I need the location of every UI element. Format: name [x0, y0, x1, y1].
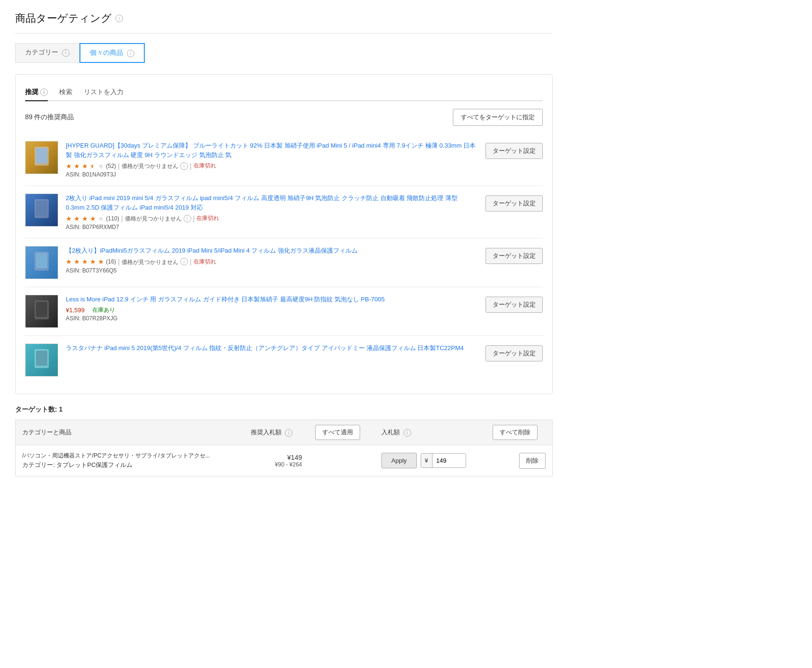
target-button-3[interactable]: ターゲット設定	[485, 248, 543, 264]
th-bid: 入札額 i	[375, 420, 486, 445]
subtab-search[interactable]: 検索	[59, 84, 72, 101]
target-button-5[interactable]: ターゲット設定	[485, 345, 543, 361]
price-info-icon[interactable]: i	[180, 162, 188, 170]
target-count: ターゲット数: 1	[15, 405, 553, 414]
product-stars: ★ ★ ★ ★ ★ (110) | 価格が見つかりません i | 在庫切れ	[66, 214, 478, 223]
subtab-list-input[interactable]: リストを入力	[84, 84, 124, 101]
star-4: ★	[90, 258, 96, 265]
individual-tab-info-icon[interactable]: i	[127, 50, 134, 57]
tab-individual[interactable]: 個々の商品 i	[79, 43, 145, 63]
td-delete: 削除	[486, 445, 552, 476]
page-title-info-icon[interactable]: i	[115, 15, 123, 22]
stock-status: 在庫あり	[92, 306, 115, 314]
star-1: ★	[66, 162, 72, 170]
td-apply-btn-cell	[309, 445, 375, 476]
all-target-button[interactable]: すべてをターゲットに指定	[453, 109, 543, 126]
category-path: /パソコン・周辺機器ストア/PCアクセサリ・サプライ/タブレットアクセ...	[22, 452, 238, 460]
list-item: [HYPER GUARD]【30days プレミアム保障】 ブルーライトカット …	[25, 133, 543, 185]
product-title[interactable]: 2枚入り iPad mini 2019 mini 5/4 ガラスフィルム ipa…	[66, 193, 478, 212]
list-item: Less is More iPad 12.9 インチ 用 ガラスフィルム ガイド…	[25, 287, 543, 335]
star-5: ★	[98, 258, 104, 265]
content-area: 推奨 i 検索 リストを入力 89 件の推奨商品 すべてをターゲットに指定	[15, 74, 553, 394]
price-range: ¥90 - ¥264	[251, 461, 302, 468]
target-button-2[interactable]: ターゲット設定	[485, 195, 543, 211]
recommended-info-icon[interactable]: i	[40, 88, 48, 96]
product-list: [HYPER GUARD]【30days プレミアム保障】 ブルーライトカット …	[25, 133, 543, 384]
product-stars: ★ ★ ★ ★ ★ (16) | 価格が見つかりません i | 在庫切れ	[66, 257, 478, 266]
star-4-half: ★	[90, 215, 96, 222]
product-title[interactable]: Less is More iPad 12.9 インチ 用 ガラスフィルム ガイド…	[66, 295, 478, 304]
product-stars: ★ ★ ★ ★ ★ (52) | 価格が見つかりません i | 在庫切れ	[66, 161, 478, 170]
category-label: カテゴリー: タブレットPC保護フィルム	[22, 461, 238, 469]
svg-rect-3	[36, 201, 47, 216]
star-5: ★	[98, 162, 104, 170]
page-title: 商品ターゲティング	[15, 11, 112, 26]
star-3: ★	[82, 162, 88, 170]
product-info: [HYPER GUARD]【30days プレミアム保障】 ブルーライトカット …	[66, 141, 478, 178]
product-price-meta: 価格が見つかりません	[122, 162, 178, 170]
list-item: 2枚入り iPad mini 2019 mini 5/4 ガラスフィルム ipa…	[25, 185, 543, 238]
sub-tabs: 推奨 i 検索 リストを入力	[25, 84, 543, 101]
product-asin: ASIN: B07R28PXJG	[66, 315, 478, 322]
stock-status: 在庫切れ	[194, 162, 216, 170]
table-row: /パソコン・周辺機器ストア/PCアクセサリ・サプライ/タブレットアクセ... カ…	[16, 445, 553, 476]
bid-row: Apply ¥	[381, 453, 479, 468]
product-info: ラスタバナナ iPad mini 5 2019(第5世代)/4 フィルム 指紋・…	[66, 343, 478, 355]
delete-button[interactable]: 削除	[519, 453, 546, 469]
apply-all-button[interactable]: すべて適用	[315, 425, 360, 440]
list-item: 【2枚入り】iPadMini5ガラスフィルム 2019 iPad Mini 5/…	[25, 238, 543, 287]
star-4-half: ★	[90, 162, 96, 170]
product-title[interactable]: ラスタバナナ iPad mini 5 2019(第5世代)/4 フィルム 指紋・…	[66, 343, 478, 353]
product-count: 89 件の推奨商品	[25, 113, 74, 122]
recommended-price: ¥149	[251, 454, 302, 461]
review-count: (52)	[106, 163, 116, 169]
td-recommended-price: ¥149 ¥90 - ¥264	[244, 445, 309, 476]
product-asin: ASIN: B07T3Y66Q5	[66, 267, 478, 274]
review-count: (110)	[106, 215, 119, 222]
product-count-row: 89 件の推奨商品 すべてをターゲットに指定	[25, 109, 543, 126]
product-thumbnail	[25, 343, 58, 377]
star-1: ★	[66, 215, 72, 222]
bid-info-icon[interactable]: i	[404, 429, 411, 437]
product-info: 【2枚入り】iPadMini5ガラスフィルム 2019 iPad Mini 5/…	[66, 246, 478, 274]
td-bid-actions: Apply ¥	[375, 445, 486, 476]
product-thumbnail	[25, 141, 58, 174]
star-2: ★	[74, 162, 80, 170]
th-category: カテゴリーと商品	[16, 420, 244, 445]
list-item: ラスタバナナ iPad mini 5 2019(第5世代)/4 フィルム 指紋・…	[25, 335, 543, 384]
main-tabs: カテゴリー i 個々の商品 i	[15, 43, 553, 63]
target-button-4[interactable]: ターゲット設定	[485, 297, 543, 313]
star-3: ★	[82, 215, 88, 222]
svg-rect-5	[36, 253, 47, 268]
delete-all-button[interactable]: すべて削除	[493, 425, 538, 440]
price-info-icon[interactable]: i	[184, 215, 191, 222]
apply-button[interactable]: Apply	[381, 453, 417, 468]
category-tab-info-icon[interactable]: i	[62, 49, 70, 57]
product-price-meta: 価格が見つかりません	[125, 215, 182, 223]
th-apply-all-cell: すべて適用	[309, 420, 375, 445]
subtab-recommended[interactable]: 推奨 i	[25, 84, 48, 101]
target-button-1[interactable]: ターゲット設定	[485, 143, 543, 159]
price-info-icon[interactable]: i	[180, 258, 188, 265]
product-price-meta: 価格が見つかりません	[122, 258, 178, 266]
tab-category[interactable]: カテゴリー i	[15, 43, 79, 63]
star-2: ★	[74, 215, 80, 222]
recommended-bid-info-icon[interactable]: i	[285, 429, 292, 437]
star-1: ★	[66, 258, 72, 265]
bid-currency: ¥	[421, 454, 432, 467]
product-thumbnail	[25, 295, 58, 328]
th-recommended: 推奨入札額 i	[244, 420, 309, 445]
product-stars: ¥1,599 在庫あり	[66, 306, 478, 314]
product-price: ¥1,599	[66, 307, 85, 314]
svg-rect-9	[36, 351, 47, 366]
star-2: ★	[74, 258, 80, 265]
svg-rect-1	[36, 148, 47, 163]
product-info: 2枚入り iPad mini 2019 mini 5/4 ガラスフィルム ipa…	[66, 193, 478, 230]
product-title[interactable]: [HYPER GUARD]【30days プレミアム保障】 ブルーライトカット …	[66, 141, 478, 159]
product-info: Less is More iPad 12.9 インチ 用 ガラスフィルム ガイド…	[66, 295, 478, 322]
bid-input[interactable]	[432, 454, 466, 467]
target-section: ターゲット数: 1 カテゴリーと商品 推奨入札額 i すべて適用 入札額	[15, 405, 553, 476]
product-thumbnail	[25, 193, 58, 227]
product-title[interactable]: 【2枚入り】iPadMini5ガラスフィルム 2019 iPad Mini 5/…	[66, 246, 478, 255]
svg-rect-7	[36, 302, 47, 317]
